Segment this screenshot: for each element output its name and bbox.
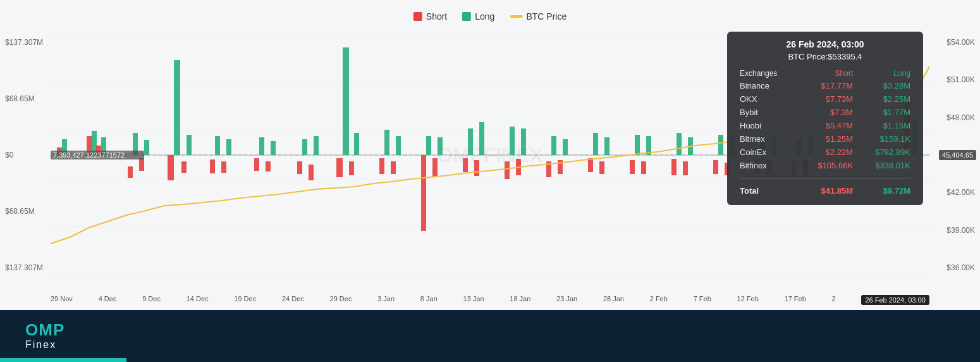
tooltip-long-5: $782.89K (855, 146, 913, 159)
svg-rect-30 (302, 139, 307, 155)
tooltip-total-short: $41.85M (798, 184, 855, 197)
chart-container: OMPFINEX Short Long BTC Price $137.307M … (0, 0, 980, 310)
tooltip: 26 Feb 2024, 03:00 BTC Price:$53395.4 Ex… (727, 32, 923, 205)
x-label-19dec: 19 Dec (234, 295, 256, 305)
svg-rect-51 (505, 161, 510, 179)
tooltip-row: Huobi $5.47M $1.15M (737, 119, 913, 132)
svg-rect-63 (630, 160, 635, 174)
svg-rect-58 (593, 133, 598, 155)
svg-rect-21 (181, 161, 187, 173)
x-axis: 29 Nov 4 Dec 9 Dec 14 Dec 19 Dec 24 Dec … (51, 295, 929, 305)
svg-rect-15 (128, 166, 133, 178)
svg-rect-45 (432, 158, 438, 177)
tooltip-exchange-5: CoinEx (737, 146, 798, 159)
x-label-28jan: 28 Jan (603, 295, 624, 305)
svg-rect-54 (551, 136, 556, 155)
y-right-5: $42.00K (946, 188, 975, 197)
svg-rect-33 (309, 165, 314, 180)
tooltip-exchange-0: Binance (737, 79, 798, 92)
svg-rect-25 (221, 161, 226, 173)
tooltip-total-long: $9.72M (855, 184, 913, 197)
tooltip-long-2: $1.77M (855, 106, 913, 119)
svg-rect-65 (641, 161, 646, 174)
svg-rect-48 (479, 122, 484, 155)
y-right-7: $36.00K (946, 263, 975, 272)
btc-color-dot (510, 15, 522, 18)
x-label-23jan: 23 Jan (556, 295, 577, 305)
tooltip-exchange-1: OKX (737, 92, 798, 106)
svg-rect-66 (677, 133, 682, 155)
tooltip-short-4: $1.25M (798, 132, 855, 146)
tooltip-short-1: $7.73M (798, 92, 855, 106)
svg-text:7,393,427.1223771572: 7,393,427.1223771572 (53, 151, 125, 159)
svg-rect-70 (718, 135, 723, 155)
tooltip-row: Bybit $7.3M $1.77M (737, 106, 913, 119)
tooltip-short-3: $5.47M (798, 119, 855, 132)
svg-rect-49 (474, 160, 479, 176)
tooltip-row: Bitfinex $105.66K $338.01K (737, 159, 913, 172)
svg-rect-28 (271, 141, 276, 155)
legend-long-label: Long (475, 11, 494, 22)
svg-rect-69 (683, 161, 688, 175)
long-color-dot (462, 12, 471, 21)
tooltip-row: OKX $7.73M $2.25M (737, 92, 913, 106)
x-label-18jan: 18 Jan (510, 295, 530, 305)
svg-rect-46 (468, 128, 473, 155)
svg-rect-23 (210, 159, 215, 173)
x-label-29dec: 29 Dec (330, 295, 352, 305)
svg-rect-42 (426, 136, 431, 155)
svg-rect-43 (421, 155, 426, 231)
svg-rect-20 (187, 135, 192, 155)
svg-rect-61 (599, 161, 604, 174)
legend-long: Long (462, 11, 494, 22)
tooltip-row: CoinEx $2.22M $782.89K (737, 146, 913, 159)
tooltip-total-label: Total (737, 184, 798, 197)
tooltip-long-3: $1.15M (855, 119, 913, 132)
x-label-17feb: 17 Feb (785, 295, 806, 305)
svg-rect-34 (343, 47, 349, 155)
svg-rect-62 (635, 135, 640, 155)
svg-rect-22 (215, 136, 220, 155)
tooltip-date: 26 Feb 2024, 03:00 (737, 39, 913, 49)
svg-rect-36 (354, 133, 359, 155)
tooltip-exchange-6: Bitfinex (737, 159, 798, 172)
short-color-dot (413, 12, 422, 21)
svg-rect-67 (671, 159, 677, 175)
svg-rect-60 (604, 137, 609, 155)
logo-omp: OMP (25, 321, 64, 338)
svg-rect-41 (391, 161, 396, 174)
svg-rect-40 (396, 136, 401, 155)
y-left-1: $137.307M (5, 38, 43, 47)
tooltip-exchange-4: Bitmex (737, 132, 798, 146)
tooltip-exchange-2: Bybit (737, 106, 798, 119)
svg-rect-35 (336, 158, 343, 177)
legend-short: Short (413, 11, 447, 22)
x-label-2: 2 (832, 295, 836, 305)
x-label-7feb: 7 Feb (694, 295, 711, 305)
x-label-26feb: 26 Feb 2024, 03:00 (861, 295, 929, 305)
tooltip-long-0: $3.28M (855, 79, 913, 92)
y-right-6: $39.00K (946, 226, 975, 235)
logo-finex: Finex (25, 339, 56, 351)
tooltip-table: Exchanges Short Long Binance $17.77M $3.… (737, 68, 913, 197)
svg-rect-71 (713, 160, 718, 174)
svg-rect-26 (259, 137, 264, 155)
svg-rect-50 (510, 127, 515, 155)
tooltip-row: Bitmex $1.25M $159.1K (737, 132, 913, 146)
svg-rect-47 (463, 158, 468, 172)
y-right-2: $51.00K (946, 75, 975, 84)
svg-rect-52 (521, 128, 526, 155)
svg-rect-27 (254, 158, 259, 171)
svg-rect-24 (226, 139, 231, 155)
footer-logo: OMP Finex (25, 321, 64, 351)
x-label-9dec: 9 Dec (142, 295, 161, 305)
tooltip-price-value: $53395.4 (828, 52, 862, 61)
tooltip-short-5: $2.22M (798, 146, 855, 159)
svg-rect-17 (139, 158, 144, 171)
y-right-3: $48.00K (946, 113, 975, 122)
y-right-1: $54.00K (946, 38, 975, 47)
tooltip-short-6: $105.66K (798, 159, 855, 172)
legend-btc-label: BTC Price (526, 11, 567, 22)
x-label-8jan: 8 Jan (420, 295, 438, 305)
svg-rect-56 (563, 139, 568, 155)
